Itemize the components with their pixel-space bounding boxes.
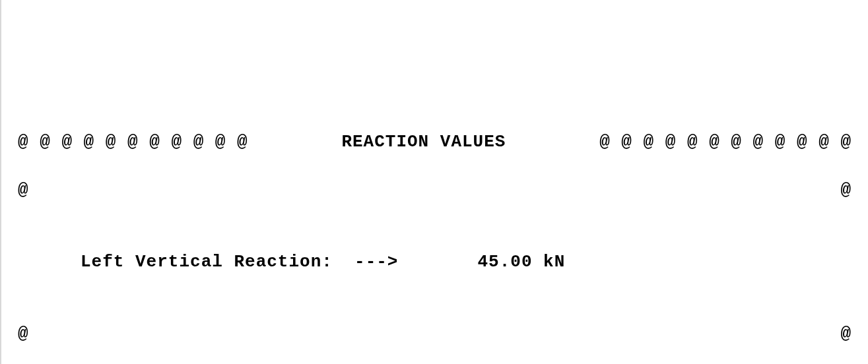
reaction-row-1: Left Vertical Reaction: ---> 45.00 kN (18, 250, 851, 274)
section1-header: @ @ @ @ @ @ @ @ @ @ @ REACTION VALUES @ … (18, 130, 851, 154)
border-at: @ (18, 322, 29, 346)
section1-title: REACTION VALUES (248, 130, 599, 154)
left-vertical-reaction-label: Left Vertical Reaction: ---> (81, 250, 398, 274)
border-at: @ (840, 178, 851, 202)
border-run: @ @ @ @ @ @ @ @ @ @ @ @ (599, 130, 851, 154)
border-spacer: @ @ (18, 322, 851, 346)
border-at: @ (18, 178, 29, 202)
left-vertical-reaction-value: 45.00 kN (398, 250, 565, 274)
border-at: @ (840, 322, 851, 346)
border-run: @ @ @ @ @ @ @ @ @ @ @ (18, 130, 248, 154)
border-spacer: @ @ (18, 178, 851, 202)
